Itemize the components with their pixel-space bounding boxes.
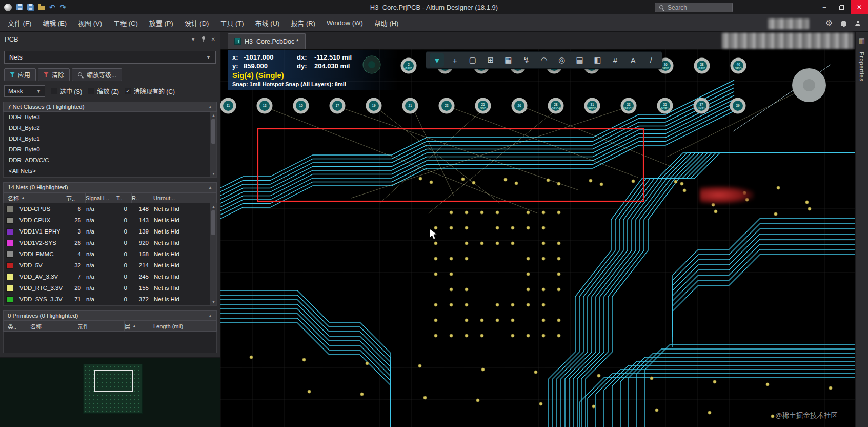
properties-tab[interactable]: Properties [859,52,865,81]
component-pad[interactable]: 19 [366,98,382,114]
component-pad[interactable]: 15 [293,98,309,114]
col-name[interactable]: 名称▲ [8,193,66,203]
search-input[interactable]: Search [655,3,733,12]
menu-item-tools[interactable]: 工具 (T) [214,14,249,31]
tool-select-area-icon[interactable]: ▢ [466,53,480,67]
scroll-down-icon[interactable]: ▼ [210,170,217,177]
net-class-item[interactable]: DDR_Byte3 [4,112,216,123]
component-pad[interactable]: 11 [220,98,236,114]
col-length[interactable]: Length (mil) [153,321,216,331]
component-pad[interactable]: 17 [330,98,346,114]
net-row[interactable]: VDD1V1-EPHY3n/a0139Net is Hid [4,226,216,237]
component-pad[interactable]: 35NXP1 [657,98,673,114]
component-pad[interactable]: 33GPIO1 [621,98,637,114]
component-pad[interactable]: 37NXP1 [694,98,710,114]
menu-item-help[interactable]: 帮助 (H) [369,14,405,31]
bell-icon[interactable] [841,21,846,26]
net-classes-header[interactable]: 7 Net Classes (1 Highlighted) ▲ [3,102,217,112]
panel-dropdown-icon[interactable]: ▼ [191,36,196,42]
col-name[interactable]: 名称 [30,321,77,331]
menu-item-route[interactable]: 布线 (U) [250,14,286,31]
tool-pad-via-icon[interactable]: ⊞ [483,53,498,67]
document-tab[interactable]: H3_Core.PcbDoc * [228,33,306,49]
scrollbar[interactable]: ▲ ▼ [210,203,216,305]
tool-line-icon[interactable]: / [644,53,658,67]
net-row[interactable]: VDD-CPUX25n/a0143Net is Hid [4,215,216,226]
menu-item-edit[interactable]: 编辑 (E) [37,14,72,31]
gear-icon[interactable]: ⚙ [825,19,833,27]
component-pad[interactable]: 25GND [475,98,491,114]
redo-icon[interactable]: ↷ [60,4,66,11]
panels-icon[interactable]: ▦ [856,34,868,47]
net-row[interactable]: VDD_AV_3.3V7n/a0245Net is Hid [4,271,216,282]
scroll-up-icon[interactable]: ▲ [210,112,217,119]
undo-icon[interactable]: ↶ [49,4,55,11]
tool-text-icon[interactable]: A [626,53,640,67]
col-component[interactable]: 元件 [77,321,125,331]
collapse-icon[interactable]: ▲ [208,314,212,318]
net-class-item[interactable]: DDR_ADD/C/C [4,155,216,166]
component-pad[interactable]: 2GPIO [401,58,417,74]
menu-item-design[interactable]: 设计 (D) [179,14,215,31]
component-pad[interactable]: 21 [402,98,418,114]
col-type[interactable]: 类.. [8,321,30,331]
col-unrouted[interactable]: Unrout... [153,193,216,203]
col-nodes[interactable]: 节.. [66,193,86,203]
save-all-icon[interactable] [27,4,33,10]
collapse-icon[interactable]: ▲ [208,105,212,109]
net-class-item[interactable]: DDR_Byte1 [4,133,216,144]
scrollbar[interactable]: ▲ ▼ [210,112,216,177]
net-class-item[interactable]: DDR_Byte2 [4,123,216,133]
col-t[interactable]: T.. [116,193,132,203]
net-row[interactable]: VDD_5V32n/a0214Net is Hid [4,260,216,271]
tool-highlight-icon[interactable]: ◎ [555,53,569,67]
tool-arc-icon[interactable]: ◠ [537,53,551,67]
component-pad[interactable]: 26 [512,98,528,114]
tool-jump-icon[interactable]: + [448,53,462,67]
zoom-level-button[interactable]: 缩放等级... [72,68,122,81]
open-icon[interactable] [38,6,45,10]
component-pad[interactable]: 23 [439,98,455,114]
save-icon[interactable] [16,4,23,10]
tool-mask-level-icon[interactable]: ◧ [590,53,604,67]
minimize-button[interactable]: – [816,0,833,14]
mounting-hole[interactable] [733,65,831,131]
scroll-thumb[interactable] [211,119,215,144]
tool-layer-stack-icon[interactable]: ▤ [573,53,587,67]
zoom-checkbox[interactable]: 缩放 (Z) [88,87,119,95]
mask-dropdown[interactable]: Mask ▼ [4,85,45,97]
net-class-item[interactable]: DDR_Byte0 [4,144,216,155]
clear-existing-checkbox[interactable]: 清除现有的 (C) [125,87,175,95]
component-pad[interactable]: 13 [257,98,273,114]
component-pad[interactable]: 39 [730,98,746,114]
menu-item-place[interactable]: 放置 (P) [144,14,179,31]
menu-item-project[interactable]: 工程 (C) [108,14,144,31]
collapse-icon[interactable]: ▲ [208,185,212,190]
menu-item-window[interactable]: Window (W) [321,14,369,31]
close-button[interactable]: ✕ [851,0,868,14]
altium-logo-icon[interactable] [4,4,12,11]
col-signal[interactable]: Signal L.. [86,193,116,203]
select-checkbox[interactable]: 选中 (S) [51,87,82,95]
tool-filter-icon[interactable]: ▼ [430,53,444,67]
panel-mode-select[interactable]: Nets ▼ [4,51,216,64]
net-class-item[interactable]: <All Nets> [4,166,216,177]
scroll-up-icon[interactable]: ▲ [210,203,217,210]
apply-button[interactable]: 应用 [4,68,36,81]
net-row[interactable]: VDD_SYS_3.3V71n/a0372Net is Hid [4,294,216,305]
tool-snap-options-icon[interactable]: # [608,53,622,67]
net-row[interactable]: VDD-CPUS6n/a0148Net is Hid [4,203,216,215]
pcb-canvas[interactable]: 2GPIO468101236GPIO38GPIO40GPIO1113151719… [220,49,855,427]
tool-interactive-route-icon[interactable]: ↯ [519,53,533,67]
tool-grid-icon[interactable]: ▦ [501,53,515,67]
component-pad[interactable]: 40GPIO [731,58,746,74]
menu-item-view[interactable]: 视图 (V) [72,14,108,31]
component-pad[interactable]: 28GPIO4 [548,98,564,114]
restore-button[interactable] [833,0,851,14]
component-pad[interactable]: 31GPIO0 [584,98,600,114]
nets-header[interactable]: 14 Nets (0 Highlighted) ▲ [3,182,217,192]
clear-button[interactable]: 清除 [38,68,70,81]
scroll-down-icon[interactable]: ▼ [210,299,217,305]
menu-item-reports[interactable]: 报告 (R) [285,14,321,31]
user-icon[interactable] [855,21,861,26]
